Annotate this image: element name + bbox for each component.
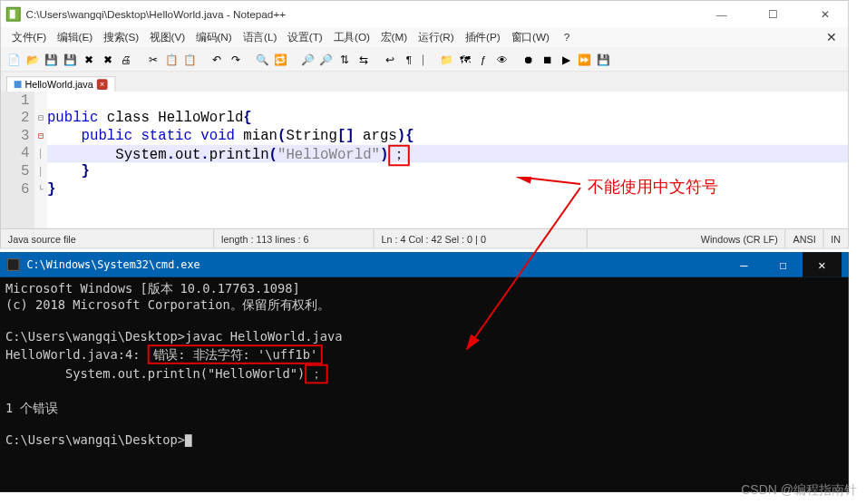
toolbar: 📄 📂 💾 💾 ✖ ✖ 🖨 ✂ 📋 📋 ↶ ↷ 🔍 🔁 🔎 🔎 ⇅ ⇆ ↩ ¶ … [1,47,848,72]
npp-titlebar[interactable]: C:\Users\wangqi\Desktop\HelloWorld.java … [1,1,848,27]
current-line: System.out.println("HelloWorld")； [47,145,848,163]
menu-plugins[interactable]: 插件(P) [462,28,504,47]
save-icon[interactable]: 💾 [44,51,60,67]
status-encoding: ANSI [786,229,824,248]
maximize-button[interactable]: ☐ [755,8,791,21]
cmd-output[interactable]: Microsoft Windows [版本 10.0.17763.1098] (… [0,277,849,492]
error-message-box: 错误: 非法字符: '\uff1b' [148,344,323,364]
menu-close-x[interactable]: ✕ [822,28,841,46]
npp-title: C:\Users\wangqi\Desktop\HelloWorld.java … [25,8,704,21]
sync-v-icon[interactable]: ⇅ [336,51,353,67]
status-length: length : 113 lines : 6 [214,229,374,248]
menu-view[interactable]: 视图(V) [146,28,189,47]
find-icon[interactable]: 🔍 [254,51,270,67]
file-tab-icon [15,81,22,88]
open-file-icon[interactable]: 📂 [24,51,41,67]
annotation-text: 不能使用中文符号 [588,176,718,198]
play-macro-icon[interactable]: ▶ [558,51,574,67]
menu-file[interactable]: 文件(F) [8,28,50,47]
watermark: CSDN @编程指南针 [741,482,857,499]
cmd-title: C:\Windows\System32\cmd.exe [26,258,724,271]
folder-panel-icon[interactable]: 📁 [438,51,454,67]
replace-icon[interactable]: 🔁 [273,51,289,67]
code-area[interactable]: public class HelloWorld{ public static v… [47,92,848,228]
zoom-in-icon[interactable]: 🔎 [299,51,316,67]
stop-macro-icon[interactable]: ⏹ [540,51,556,67]
close-all-icon[interactable]: ✖ [100,51,116,67]
menu-language[interactable]: 语言(L) [239,28,281,47]
npp-app-icon [6,7,21,22]
menu-edit[interactable]: 编辑(E) [54,28,96,47]
menu-settings[interactable]: 设置(T) [284,28,326,47]
menu-window[interactable]: 窗口(W) [508,28,553,47]
tab-bar: HelloWorld.java × [1,72,848,92]
file-tab[interactable]: HelloWorld.java × [6,76,115,92]
play-multi-icon[interactable]: ⏩ [577,51,593,67]
notepadpp-window: C:\Users\wangqi\Desktop\HelloWorld.java … [0,0,849,248]
status-eol: Windows (CR LF) [694,229,786,248]
cmd-icon [7,258,20,271]
cut-icon[interactable]: ✂ [145,51,161,67]
record-macro-icon[interactable]: ⏺ [521,51,537,67]
error-semicolon: ； [388,145,410,167]
undo-icon[interactable]: ↶ [209,51,225,67]
sync-h-icon[interactable]: ⇆ [355,51,372,67]
close-button[interactable]: ✕ [807,8,842,21]
menu-run[interactable]: 运行(R) [414,28,458,47]
zoom-out-icon[interactable]: 🔎 [318,51,335,67]
close-file-icon[interactable]: ✖ [81,51,97,67]
indent-guide-icon[interactable]: ⎸ [420,51,436,67]
cmd-window: C:\Windows\System32\cmd.exe — ☐ ✕ Micros… [0,252,849,492]
status-position: Ln : 4 Col : 42 Sel : 0 | 0 [375,229,588,248]
monitor-icon[interactable]: 👁 [494,51,511,67]
paste-icon[interactable]: 📋 [182,51,199,67]
new-file-icon[interactable]: 📄 [6,51,23,67]
save-all-icon[interactable]: 💾 [63,51,79,67]
menu-tools[interactable]: 工具(O) [330,28,374,47]
print-icon[interactable]: 🖨 [118,51,134,67]
cmd-close-button[interactable]: ✕ [803,252,842,276]
menu-encoding[interactable]: 编码(N) [192,28,236,47]
cmd-titlebar[interactable]: C:\Windows\System32\cmd.exe — ☐ ✕ [0,252,849,276]
editor[interactable]: 1 2 3 4 5 6 ⊟⊟││└ public class HelloWorl… [1,92,848,228]
func-list-icon[interactable]: ƒ [475,51,491,67]
cmd-cursor [185,434,192,447]
show-all-chars-icon[interactable]: ¶ [401,51,417,67]
redo-icon[interactable]: ↷ [228,51,244,67]
file-tab-label: HelloWorld.java [24,79,92,90]
status-ins: IN [823,229,847,248]
fold-margin[interactable]: ⊟⊟││└ [34,92,47,228]
save-macro-icon[interactable]: 💾 [596,51,612,67]
menu-help[interactable]: ? [560,29,573,45]
cmd-minimize-button[interactable]: — [725,252,764,276]
status-filetype: Java source file [1,229,214,248]
menu-macro[interactable]: 宏(M) [377,28,411,47]
minimize-button[interactable]: — [704,8,739,21]
menu-bar: 文件(F) 编辑(E) 搜索(S) 视图(V) 编码(N) 语言(L) 设置(T… [1,27,848,47]
menu-search[interactable]: 搜索(S) [100,28,142,47]
doc-map-icon[interactable]: 🗺 [457,51,473,67]
cmd-maximize-button[interactable]: ☐ [764,252,803,276]
status-bar: Java source file length : 113 lines : 6 … [1,228,848,248]
line-gutter: 1 2 3 4 5 6 [1,92,34,228]
copy-icon[interactable]: 📋 [163,51,180,67]
wordwrap-icon[interactable]: ↩ [382,51,398,67]
error-char-box: ； [305,364,327,384]
tab-close-icon[interactable]: × [97,79,108,90]
